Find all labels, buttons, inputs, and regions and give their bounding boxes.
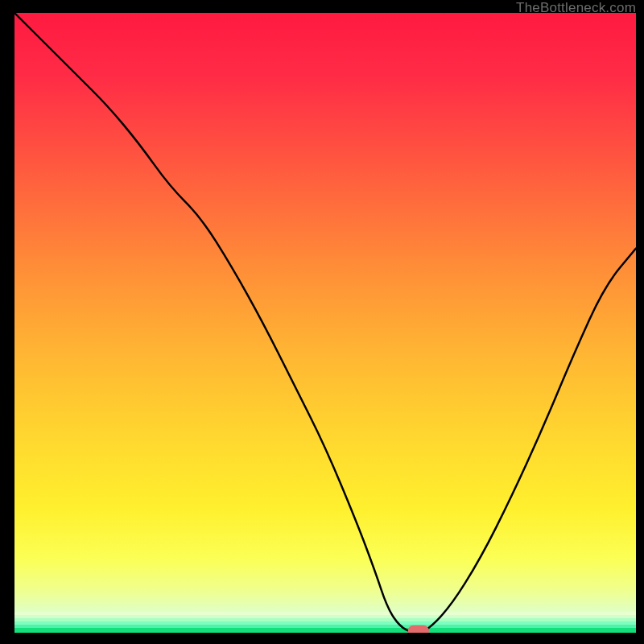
curve-layer: [14, 13, 636, 633]
plot-area: [14, 13, 636, 633]
chart-frame: TheBottleneck.com: [0, 0, 644, 644]
bottleneck-curve: [14, 13, 636, 633]
optimal-marker: [408, 625, 429, 633]
